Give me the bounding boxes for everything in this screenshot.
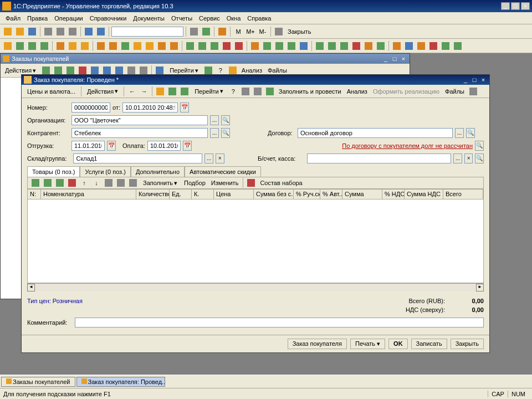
account-dots[interactable]: ... [453,154,462,163]
contract-dots[interactable]: ... [455,128,464,138]
tb2-24[interactable] [298,40,309,52]
tb2-22[interactable] [274,40,285,52]
debt-search-icon[interactable]: 🔍 [475,141,484,151]
front-files[interactable]: Файлы [443,87,467,96]
tb2-29[interactable] [363,40,374,52]
tb2-31[interactable] [391,40,402,52]
account-clear[interactable]: × [464,154,473,163]
ft-help[interactable]: ? [228,86,239,97]
contractor-dots[interactable]: ... [210,128,219,138]
tb2-3[interactable] [27,40,38,52]
back-actions[interactable]: Действия ▾ [2,66,39,75]
tool-close[interactable]: Закрыть [285,27,313,36]
task-order-form[interactable]: Заказ покупателя: Провед... [76,377,165,387]
tb2-10[interactable] [120,40,131,52]
st-calc[interactable] [127,177,139,188]
tab-additional[interactable]: Дополнительно [131,166,185,177]
ft-4[interactable] [240,86,251,97]
menu-file[interactable]: Файл [2,14,24,23]
tool-undo[interactable] [83,26,94,37]
st-sort[interactable] [103,177,114,188]
col-nomenclature[interactable]: Номенклатура [41,190,136,199]
tool-open[interactable] [14,26,25,37]
contract-input[interactable] [298,128,453,138]
front-goto[interactable]: Перейти ▾ [191,86,227,96]
st-add[interactable] [30,177,41,188]
tb2-36[interactable] [452,40,463,52]
warehouse-input[interactable] [73,154,202,163]
st-set-content[interactable]: Состав набора [258,178,304,187]
tool-calendar[interactable] [201,26,212,37]
shipment-picker[interactable]: 📅 [107,141,116,151]
menu-directories[interactable]: Справочники [86,14,130,23]
back-close[interactable]: × [400,55,407,63]
tb2-9[interactable] [108,40,119,52]
scroll-track[interactable] [35,284,476,291]
st-selection[interactable]: Подбор [182,178,208,187]
tool-new[interactable] [2,26,13,37]
restore-button[interactable]: □ [511,2,520,10]
tool-save[interactable] [27,26,38,37]
front-close[interactable]: × [479,76,487,84]
tb2-12[interactable] [144,40,155,52]
tb2-19[interactable] [233,40,244,52]
st-sort2[interactable] [115,177,126,188]
st-set-icon[interactable] [245,177,257,188]
front-min[interactable]: _ [462,76,469,84]
ft-6[interactable] [264,86,275,97]
back-min[interactable]: _ [382,55,390,63]
col-unit[interactable]: Ед. [170,190,192,199]
tb2-18[interactable] [221,40,232,52]
tb2-8[interactable] [95,40,106,52]
task-orders[interactable]: Заказы покупателей [1,377,75,387]
toolbar-search[interactable] [111,27,183,37]
col-vat-sum[interactable]: Сумма НДС [405,190,443,199]
back-goto[interactable]: Перейти ▾ [166,66,202,75]
st-copy[interactable] [42,177,53,188]
tb2-26[interactable] [326,40,337,52]
back-max[interactable]: □ [391,55,398,63]
customer-order-btn[interactable]: Заказ покупателя [288,339,347,349]
tool-currency[interactable] [217,26,228,37]
tool-copy[interactable] [55,26,66,37]
warehouse-clear[interactable]: × [216,154,224,163]
ft-fwd[interactable]: → [139,86,150,97]
tb2-14[interactable] [168,40,180,52]
org-search-icon[interactable]: 🔍 [221,115,230,125]
col-sum-wo[interactable]: Сумма без с... [254,190,294,199]
tb2-23[interactable] [286,40,297,52]
tb2-13[interactable] [156,40,167,52]
tb2-30[interactable] [375,40,386,52]
tb2-28[interactable] [351,40,362,52]
menu-edit[interactable]: Правка [24,14,51,23]
tb2-20[interactable] [249,40,260,52]
tb2-25[interactable] [314,40,325,52]
menu-documents[interactable]: Документы [130,14,168,23]
tb2-7[interactable] [79,40,90,52]
col-total[interactable]: Всего [443,190,483,199]
contract-search-icon[interactable]: 🔍 [466,128,475,138]
ok-btn[interactable]: OK [388,339,408,349]
back-files[interactable]: Файлы [265,66,289,75]
account-search-icon[interactable]: 🔍 [475,154,484,163]
st-up[interactable]: ↑ [79,177,90,188]
ft-3[interactable] [179,86,190,97]
tb2-2[interactable] [14,40,25,52]
date-input[interactable] [122,103,178,112]
shipment-input[interactable] [71,141,105,151]
front-max[interactable]: □ [470,76,478,84]
tab-goods[interactable]: Товары (0 поз.) [27,166,80,177]
org-dots[interactable]: ... [210,115,219,125]
payment-input[interactable] [147,141,181,151]
tool-m-plus[interactable]: M+ [245,26,256,37]
st-edit[interactable] [54,177,65,188]
close-btn[interactable]: Закрыть [451,339,484,349]
ft-2[interactable] [167,86,178,97]
st-fill[interactable]: Заполнить ▾ [140,178,181,188]
print-btn[interactable]: Печать ▾ [350,339,385,349]
menu-help[interactable]: Справка [244,14,274,23]
save-btn[interactable]: Записать [411,339,447,349]
grid-body[interactable] [28,200,483,283]
col-num[interactable]: N: [28,190,41,199]
tb2-32[interactable] [403,40,415,52]
